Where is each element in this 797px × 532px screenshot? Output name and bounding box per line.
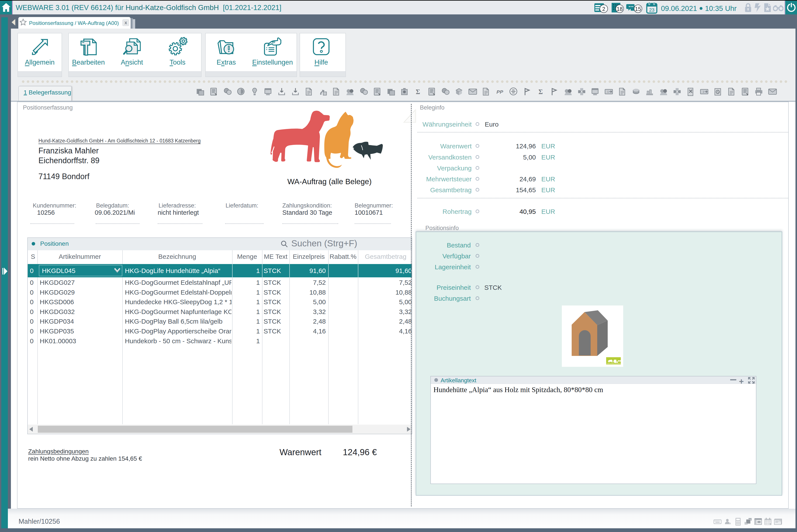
- svg-text:I: I: [703, 90, 704, 94]
- svg-text:Σ: Σ: [538, 88, 543, 96]
- svg-text:23: 23: [649, 7, 654, 13]
- svg-text:PP: PP: [497, 89, 503, 95]
- svg-text:I: I: [608, 90, 608, 94]
- svg-text:HUND-KATZE-GOLDFISCH: HUND-KATZE-GOLDFISCH: [606, 363, 620, 364]
- svg-text:Σ: Σ: [416, 88, 420, 96]
